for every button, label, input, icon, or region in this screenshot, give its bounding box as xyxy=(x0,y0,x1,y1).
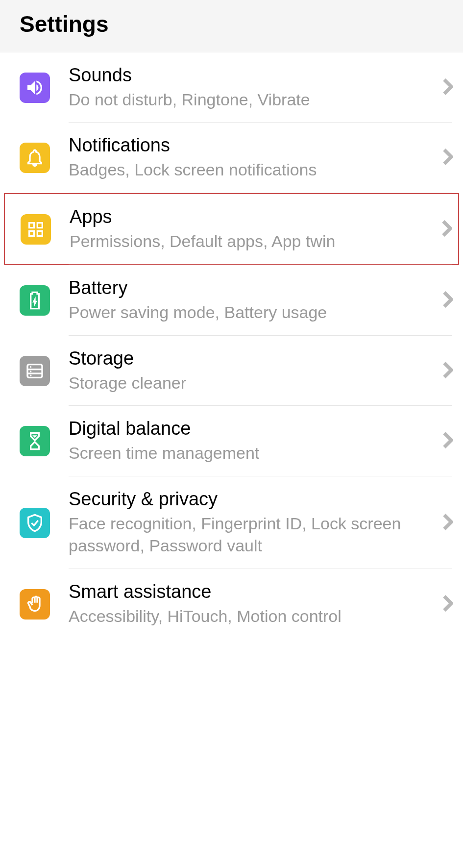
storage-icon xyxy=(20,356,50,386)
settings-item-subtitle: Power saving mode, Battery usage xyxy=(69,301,433,324)
settings-item-text: Battery Power saving mode, Battery usage xyxy=(69,277,442,323)
settings-item-title: Smart assistance xyxy=(69,581,433,603)
settings-item-subtitle: Do not disturb, Ringtone, Vibrate xyxy=(69,89,433,111)
chevron-right-icon xyxy=(442,431,453,451)
settings-item-subtitle: Storage cleaner xyxy=(69,372,433,395)
chevron-right-icon xyxy=(441,220,452,239)
chevron-right-icon xyxy=(442,513,453,533)
page-title: Settings xyxy=(20,11,443,37)
settings-item-storage[interactable]: Storage Storage cleaner xyxy=(0,336,463,406)
settings-item-title: Digital balance xyxy=(69,418,433,440)
chevron-right-icon xyxy=(442,291,453,310)
settings-item-text: Smart assistance Accessibility, HiTouch,… xyxy=(69,581,442,627)
settings-item-text: Sounds Do not disturb, Ringtone, Vibrate xyxy=(69,64,442,111)
settings-header: Settings xyxy=(0,0,463,52)
settings-item-title: Sounds xyxy=(69,64,433,87)
svg-point-4 xyxy=(30,371,31,372)
settings-item-digital-balance[interactable]: Digital balance Screen time management xyxy=(0,406,463,476)
chevron-right-icon xyxy=(442,148,453,168)
apps-grid-icon xyxy=(21,214,51,245)
settings-item-sounds[interactable]: Sounds Do not disturb, Ringtone, Vibrate xyxy=(0,52,463,123)
settings-item-text: Apps Permissions, Default apps, App twin xyxy=(70,206,441,252)
settings-item-notifications[interactable]: Notifications Badges, Lock screen notifi… xyxy=(0,123,463,193)
speaker-icon xyxy=(20,73,50,103)
settings-item-subtitle: Accessibility, HiTouch, Motion control xyxy=(69,605,433,628)
chevron-right-icon xyxy=(442,595,453,614)
settings-list: Sounds Do not disturb, Ringtone, Vibrate… xyxy=(0,52,463,640)
settings-item-subtitle: Face recognition, Fingerprint ID, Lock s… xyxy=(69,513,433,558)
hourglass-icon xyxy=(20,426,50,456)
settings-item-text: Notifications Badges, Lock screen notifi… xyxy=(69,134,442,181)
settings-item-text: Security & privacy Face recognition, Fin… xyxy=(69,488,442,557)
chevron-right-icon xyxy=(442,78,453,98)
hand-icon xyxy=(20,589,50,620)
settings-item-title: Apps xyxy=(70,206,432,228)
settings-item-security-privacy[interactable]: Security & privacy Face recognition, Fin… xyxy=(0,476,463,569)
svg-point-3 xyxy=(30,366,31,368)
settings-item-text: Digital balance Screen time management xyxy=(69,418,442,464)
battery-icon xyxy=(20,285,50,316)
settings-item-title: Battery xyxy=(69,277,433,299)
settings-item-title: Security & privacy xyxy=(69,488,433,511)
settings-item-apps[interactable]: Apps Permissions, Default apps, App twin xyxy=(4,193,459,265)
settings-item-text: Storage Storage cleaner xyxy=(69,347,442,394)
settings-item-smart-assistance[interactable]: Smart assistance Accessibility, HiTouch,… xyxy=(0,569,463,639)
settings-item-title: Storage xyxy=(69,347,433,370)
chevron-right-icon xyxy=(442,361,453,381)
settings-item-battery[interactable]: Battery Power saving mode, Battery usage xyxy=(0,265,463,335)
shield-check-icon xyxy=(20,508,50,538)
settings-item-title: Notifications xyxy=(69,134,433,157)
settings-item-subtitle: Permissions, Default apps, App twin xyxy=(70,230,432,253)
settings-item-subtitle: Screen time management xyxy=(69,442,433,465)
settings-item-subtitle: Badges, Lock screen notifications xyxy=(69,159,433,181)
svg-point-5 xyxy=(30,374,31,376)
bell-icon xyxy=(20,143,50,173)
svg-rect-0 xyxy=(27,364,42,377)
